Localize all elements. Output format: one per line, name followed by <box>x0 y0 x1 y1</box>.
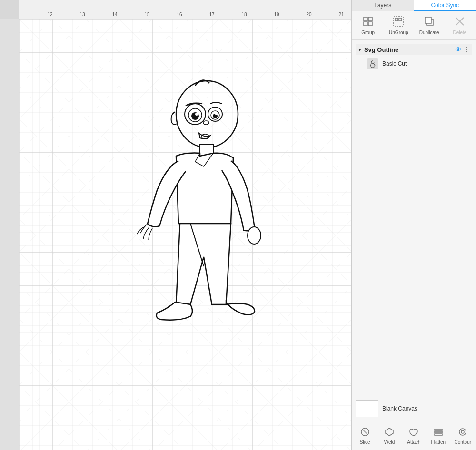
flatten-button[interactable]: Flatten <box>427 425 450 447</box>
duplicate-button[interactable]: Duplicate <box>416 14 442 37</box>
svg-point-9 <box>195 113 198 116</box>
eye-icon[interactable]: 👁 <box>455 46 462 53</box>
ruler-mark: 14 <box>112 12 117 17</box>
ungroup-button[interactable]: UnGroup <box>386 14 412 37</box>
contour-button[interactable]: Contour <box>451 425 474 447</box>
delete-button[interactable]: Delete <box>446 14 473 37</box>
svg-point-40 <box>461 430 464 433</box>
chevron-down-icon: ▼ <box>357 47 362 52</box>
svg-rect-19 <box>368 17 372 21</box>
layer-item-thumbnail <box>367 58 378 69</box>
delete-icon <box>455 16 465 29</box>
contour-label: Contour <box>454 440 471 445</box>
ungroup-icon <box>393 16 404 29</box>
ruler-mark: 17 <box>209 12 214 17</box>
ruler-mark: 12 <box>47 12 52 17</box>
slice-icon <box>360 427 370 439</box>
tab-color-sync[interactable]: Color Sync <box>414 0 476 11</box>
duplicate-label: Duplicate <box>419 30 439 35</box>
grid-canvas[interactable] <box>19 19 351 450</box>
group-label: Group <box>361 30 375 35</box>
more-options-icon[interactable]: ⋮ <box>464 46 470 53</box>
svg-point-8 <box>191 112 199 120</box>
attach-icon <box>409 427 418 439</box>
svg-point-17 <box>248 227 261 244</box>
contour-icon <box>458 427 467 439</box>
delete-label: Delete <box>453 30 466 35</box>
flatten-label: Flatten <box>431 440 446 445</box>
svg-rect-20 <box>364 22 367 26</box>
duplicate-icon <box>424 16 435 29</box>
attach-label: Attach <box>407 440 420 445</box>
ruler-left <box>0 0 19 450</box>
svg-rect-36 <box>435 429 442 430</box>
svg-line-34 <box>362 429 368 435</box>
canvas-label: Blank Canvas <box>382 405 417 412</box>
layer-group-header[interactable]: ▼ Svg Outline 👁 ⋮ <box>356 44 472 55</box>
ruler-mark: 20 <box>306 12 311 17</box>
group-button[interactable]: Group <box>355 14 381 37</box>
bottom-toolbar: Slice Weld Attach <box>352 421 476 450</box>
ruler-mark: 16 <box>177 12 182 17</box>
attach-button[interactable]: Attach <box>402 425 425 447</box>
slice-label: Slice <box>360 440 370 445</box>
layer-item-basic-cut[interactable]: Basic Cut <box>356 55 472 72</box>
layer-group-name: Svg Outline <box>364 46 455 53</box>
ruler-top: 12 13 14 15 16 17 18 19 20 21 <box>19 0 351 19</box>
blank-canvas-section: Blank Canvas <box>352 396 476 421</box>
right-panel: Layers Color Sync Group <box>351 0 476 450</box>
weld-icon <box>385 427 394 439</box>
tab-layers[interactable]: Layers <box>352 0 414 11</box>
ruler-mark: 19 <box>274 12 279 17</box>
toolbar-row: Group UnGroup Duplicate <box>352 11 476 40</box>
layer-item-label: Basic Cut <box>382 60 407 67</box>
svg-rect-38 <box>435 434 442 435</box>
tabs-bar: Layers Color Sync <box>352 0 476 11</box>
svg-rect-24 <box>399 18 402 21</box>
panel-spacer <box>352 220 476 396</box>
svg-point-13 <box>215 113 217 115</box>
ruler-corner <box>0 0 19 19</box>
svg-rect-18 <box>364 17 367 21</box>
slice-button[interactable]: Slice <box>354 425 377 447</box>
group-icon <box>363 16 373 29</box>
svg-marker-35 <box>386 428 393 436</box>
svg-rect-37 <box>435 431 442 433</box>
layer-tree: ▼ Svg Outline 👁 ⋮ Basic Cut <box>352 40 476 220</box>
svg-point-39 <box>459 429 466 435</box>
weld-button[interactable]: Weld <box>378 425 401 447</box>
flatten-icon <box>434 427 443 439</box>
weld-label: Weld <box>384 440 395 445</box>
ruler-mark: 18 <box>241 12 247 17</box>
ruler-mark: 13 <box>79 12 85 17</box>
svg-rect-26 <box>425 17 431 23</box>
layer-group-svg-outline: ▼ Svg Outline 👁 ⋮ Basic Cut <box>352 42 476 74</box>
svg-rect-21 <box>368 22 372 26</box>
canvas-thumbnail <box>356 400 378 417</box>
svg-rect-23 <box>395 18 398 21</box>
ruler-mark: 15 <box>144 12 149 17</box>
ungroup-label: UnGroup <box>389 30 408 35</box>
canvas-area: 12 13 14 15 16 17 18 19 20 21 <box>0 0 351 450</box>
ruler-mark: 21 <box>338 12 344 17</box>
